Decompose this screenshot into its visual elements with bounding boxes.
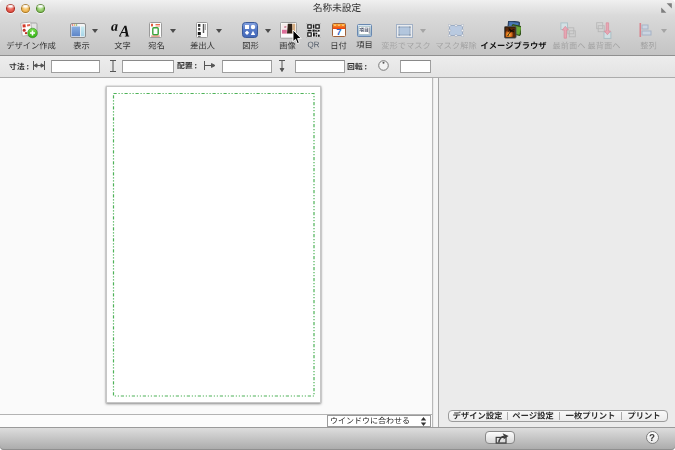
svg-text:7: 7 (336, 26, 341, 37)
